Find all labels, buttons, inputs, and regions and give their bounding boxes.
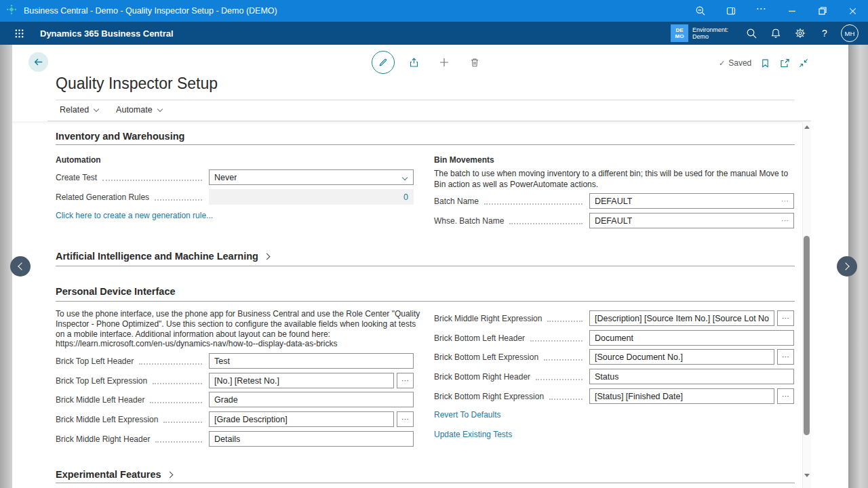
related-generation-rules-field: 0 (209, 189, 414, 205)
environment-badge[interactable]: DE MO (671, 24, 688, 42)
dotted-leader (163, 416, 202, 423)
edit-button[interactable] (372, 51, 395, 74)
open-in-new-window-button[interactable] (779, 58, 790, 68)
create-generation-rule-link[interactable]: Click here to create a new generation ru… (56, 211, 213, 220)
field-label: Brick Top Left Header (56, 357, 134, 366)
brick-middle-right-header-input[interactable]: Details (209, 431, 414, 447)
previous-record-button[interactable] (10, 256, 31, 277)
field-row-whse-batch-name: Whse. Batch Name DEFAULT ⋯ (434, 213, 794, 228)
window-tab-icon[interactable] (715, 0, 746, 22)
bin-movements-description: The batch to use when moving inventory t… (434, 168, 796, 190)
field-label: Brick Bottom Left Expression (434, 352, 538, 362)
business-central-logo-icon (6, 4, 17, 18)
section-inventory-and-warehousing: Inventory and Warehousing (56, 131, 184, 142)
pencil-icon (378, 57, 389, 68)
dotted-leader (549, 393, 583, 400)
dotted-leader (484, 198, 583, 205)
section-underline (56, 144, 795, 145)
collapse-view-button[interactable] (799, 58, 809, 68)
field-row-create-test: Create Test Never (56, 169, 414, 185)
delete-button[interactable] (463, 51, 486, 74)
search-icon[interactable] (739, 22, 764, 45)
lookup-ellipsis-icon[interactable]: ⋯ (781, 216, 789, 225)
revert-to-defaults-link[interactable]: Revert To Defaults (434, 410, 501, 420)
avatar[interactable]: MH (841, 24, 859, 42)
brick-bottom-right-header-input[interactable]: Status (589, 369, 794, 384)
field-label: Brick Bottom Right Expression (434, 392, 544, 401)
bookmark-button[interactable] (760, 58, 770, 68)
create-test-dropdown[interactable]: Never (209, 169, 414, 185)
scrollbar-down-arrow[interactable] (804, 474, 810, 477)
notifications-bell-icon[interactable] (764, 22, 788, 45)
assist-edit-button[interactable]: ⋯ (777, 310, 794, 326)
brick-middle-right-expression-input[interactable]: [Description] [Source Item No.] [Source … (589, 310, 774, 326)
chevron-down-icon (157, 106, 162, 111)
menu-automate[interactable]: Automate (116, 105, 162, 115)
chevron-right-icon (263, 253, 270, 260)
window-title: Business Central - Demo - Quality Inspec… (24, 6, 277, 16)
field-label: Brick Bottom Left Header (434, 333, 525, 343)
app-title[interactable]: Dynamics 365 Business Central (40, 28, 174, 39)
menu-related[interactable]: Related (60, 105, 98, 115)
lookup-ellipsis-icon[interactable]: ⋯ (781, 197, 789, 205)
help-icon[interactable]: ? (812, 22, 837, 45)
dotted-leader (530, 335, 583, 342)
dotted-leader (153, 378, 202, 384)
section-ai-ml[interactable]: Artificial Intelligence and Machine Lear… (56, 251, 269, 262)
back-button[interactable] (28, 52, 48, 72)
brick-bottom-right-expression-input[interactable]: [Status] [Finished Date] (589, 388, 774, 404)
field-row-batch-name: Batch Name DEFAULT ⋯ (434, 193, 794, 209)
zoom-search-icon[interactable] (685, 0, 715, 22)
waffle-menu-icon[interactable] (7, 22, 31, 45)
back-arrow-icon (33, 57, 43, 67)
update-existing-tests-link[interactable]: Update Existing Tests (434, 430, 512, 439)
share-icon (408, 57, 420, 68)
dotted-leader (509, 218, 583, 224)
restore-button[interactable] (807, 0, 837, 22)
brick-middle-left-expression-input[interactable]: [Grade Description] (209, 411, 394, 427)
whse-batch-name-input[interactable]: DEFAULT ⋯ (589, 213, 794, 228)
field-row-brick-middle-left-header: Brick Middle Left Header Grade (56, 392, 414, 407)
new-button[interactable] (433, 51, 456, 74)
drilldown-value[interactable]: 0 (403, 192, 408, 202)
dotted-leader (536, 373, 583, 380)
chevron-down-icon (94, 106, 99, 111)
settings-gear-icon[interactable] (788, 22, 812, 45)
chevron-right-icon (166, 472, 173, 479)
group-label-bin-movements: Bin Movements (434, 155, 494, 165)
section-experimental-features[interactable]: Experimental Features (56, 469, 172, 480)
field-label: Batch Name (434, 197, 479, 206)
assist-edit-button[interactable]: ⋯ (777, 349, 794, 365)
app-navbar: Dynamics 365 Business Central DE MO Envi… (0, 22, 868, 45)
share-button[interactable] (402, 51, 425, 74)
bookmark-icon (760, 58, 770, 68)
assist-edit-button[interactable]: ⋯ (777, 388, 794, 404)
close-button[interactable] (837, 0, 868, 22)
next-record-button[interactable] (837, 256, 857, 277)
brick-bottom-left-header-input[interactable]: Document (589, 330, 794, 346)
field-row-brick-bottom-right-header: Brick Bottom Right Header Status (434, 369, 794, 384)
field-row-brick-bottom-left-expression: Brick Bottom Left Expression [Source Doc… (434, 349, 794, 365)
dotted-leader (155, 436, 202, 443)
assist-edit-button[interactable]: ⋯ (397, 373, 414, 388)
window-titlebar: Business Central - Demo - Quality Inspec… (0, 0, 868, 22)
minimize-button[interactable] (776, 0, 807, 22)
titlebar-more-icon[interactable]: ⋯ (746, 0, 776, 22)
assist-edit-button[interactable]: ⋯ (397, 411, 414, 427)
scrollbar-up-arrow[interactable] (804, 125, 810, 129)
brick-top-left-expression-input[interactable]: [No.] [Retest No.] (209, 373, 394, 388)
brick-bottom-left-expression-input[interactable]: [Source Document No.] (589, 349, 774, 365)
page-menu-bar: Related Automate (60, 105, 162, 115)
brick-middle-left-header-input[interactable]: Grade (209, 392, 414, 407)
section-underline (56, 301, 795, 302)
scrollbar-thumb[interactable] (804, 236, 810, 435)
check-icon: ✓ (719, 59, 725, 68)
field-label: Brick Middle Left Expression (56, 415, 158, 424)
field-label: Related Generation Rules (56, 192, 149, 202)
brick-top-left-header-input[interactable]: Test (209, 353, 414, 369)
divider (56, 100, 795, 100)
batch-name-input[interactable]: DEFAULT ⋯ (589, 193, 794, 209)
dotted-leader (139, 358, 202, 365)
field-label: Brick Middle Right Header (56, 434, 150, 444)
field-label: Brick Middle Right Expression (434, 314, 542, 323)
